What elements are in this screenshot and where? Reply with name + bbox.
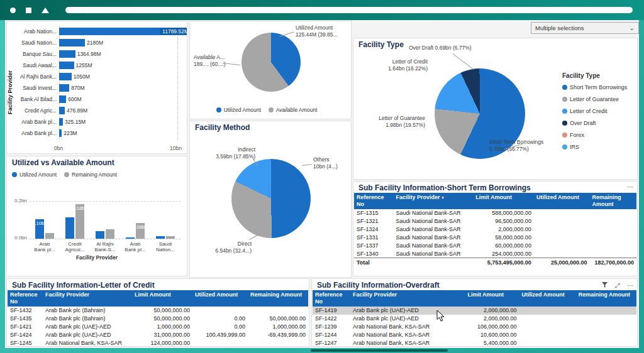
column-header[interactable]: Reference No — [354, 193, 393, 209]
legend-dot — [562, 85, 567, 90]
table-row[interactable]: SF-1331Saudi National Bank-SAR58,000,000… — [354, 234, 636, 242]
legend-item[interactable]: Letter of Guarantee — [562, 96, 636, 102]
bar-row: Arab Nation...11789.52M — [15, 26, 187, 37]
filter-icon[interactable] — [602, 282, 608, 289]
utilized-available-pie[interactable] — [242, 33, 301, 92]
more-options-icon[interactable]: ⋯ — [627, 282, 633, 289]
column-header[interactable]: Utilized Amount — [519, 290, 576, 307]
column-header[interactable]: Limit Amount — [465, 290, 519, 307]
letter-of-credit-table-panel: Sub Facility Information-Letter of Credi… — [6, 278, 309, 347]
column-header[interactable]: Facility Provider ▼ — [393, 193, 473, 209]
facility-provider-bar-panel: Facility Provider Arab Nation...11789.52… — [6, 21, 187, 154]
table-row[interactable]: SF-1324Saudi National Bank-SAR2,000,000.… — [354, 225, 636, 234]
table-row[interactable]: SF-1239Arab National Bank, KSA-SAR106,00… — [313, 323, 636, 331]
legend-item[interactable]: Utilized Amount — [12, 171, 57, 178]
legend-item[interactable]: Remaining Amount — [64, 171, 117, 178]
bar-row: Saudi Invest...870M — [15, 82, 187, 94]
bar[interactable] — [59, 84, 69, 92]
slice-label: Available A... 189.... (60....) — [194, 54, 226, 67]
square-icon[interactable] — [26, 8, 31, 13]
bar[interactable] — [106, 229, 114, 239]
table-row[interactable]: SF-1315Saudi National Bank-SAR588,000,00… — [354, 209, 636, 217]
value-label: 1050M — [74, 73, 90, 80]
category-label: Arab Bank pl... — [15, 130, 59, 136]
legend-item[interactable]: Letter of Credit — [562, 108, 636, 114]
table-row[interactable]: SF-1245Arab National Bank, KSA-SAR124,00… — [8, 339, 308, 347]
legend-item[interactable]: Available Amount — [269, 107, 318, 113]
category-label: Saudi Awaal... — [15, 62, 59, 68]
column-header[interactable]: Remaining Amount — [589, 193, 636, 209]
callout-line — [302, 164, 312, 166]
legend-item[interactable]: IRS — [562, 144, 636, 150]
multi-select-dropdown[interactable]: Multiple selections ⌄ — [531, 22, 639, 34]
category-label: Al Rajhi Bank-S... — [90, 241, 120, 253]
horizontal-scrollbar-thumb[interactable] — [311, 349, 448, 352]
facility-method-pie[interactable] — [231, 159, 311, 238]
column-header[interactable]: Utilized Amount — [192, 290, 248, 307]
table-row[interactable]: SF-1340Saudi National Bank-SAR254,000,00… — [354, 250, 636, 258]
column-header[interactable]: Remaining Amount — [576, 290, 636, 307]
x-axis-tick: 10bn — [170, 145, 182, 151]
bar[interactable] — [59, 118, 63, 126]
chevron-down-icon: ⌄ — [630, 24, 635, 31]
bar[interactable] — [59, 107, 65, 114]
bar[interactable] — [65, 217, 74, 239]
bar[interactable]: 0.08bn — [136, 223, 145, 239]
column-header[interactable]: Reference No — [313, 290, 350, 307]
address-bar[interactable] — [65, 7, 633, 13]
gridline — [30, 201, 180, 202]
column-header[interactable]: Limit Amount — [132, 290, 192, 307]
column-header[interactable]: Limit Amount — [473, 193, 534, 209]
table-row[interactable]: SF-1435Arab Bank plc (Bahrain)50,000,000… — [8, 315, 308, 323]
bar[interactable] — [59, 129, 62, 137]
bar[interactable] — [45, 233, 54, 239]
y-axis-tick: 0.0bn — [9, 235, 27, 241]
slice-label: Utilized Amount 125.44M (39.85... — [296, 24, 338, 38]
panel-title: Facility Type — [353, 38, 637, 50]
total-row: Total5,753,495,000.0025,000,000.00182,70… — [354, 258, 636, 267]
grouped-bar-plot: 0.2bn 0.0bn 0.10bn0.18bn0.08bn — [30, 188, 180, 239]
table-header-row: Reference NoFacility ProviderLimit Amoun… — [313, 290, 636, 307]
table-row[interactable]: SF-1419Arab Bank plc (UAE)-AED2,000,000.… — [313, 307, 636, 315]
table-row[interactable]: SF-1244Arab National Bank, KSA-SAR10,600… — [313, 331, 636, 339]
legend-item[interactable]: Forex — [562, 132, 636, 138]
bar[interactable] — [96, 231, 104, 239]
bar[interactable]: 0.10bn — [35, 219, 44, 239]
table-row[interactable]: SF-1337Saudi National Bank-SAR60,000,000… — [354, 242, 636, 250]
bar[interactable]: 0.18bn — [75, 204, 84, 239]
bar[interactable] — [126, 237, 135, 239]
column-header[interactable]: Facility Provider — [43, 290, 132, 307]
table-row[interactable]: SF-1321Saudi National Bank-SAR96,500,000… — [354, 217, 636, 225]
circle-icon[interactable] — [10, 8, 16, 13]
column-header[interactable]: Facility Provider — [350, 290, 465, 307]
column-header[interactable]: Remaining Amount — [248, 290, 308, 307]
bar[interactable] — [59, 95, 66, 103]
bar[interactable] — [59, 39, 85, 46]
table-row[interactable]: SF-1424Arab Bank plc (UAE)-AED31,000,000… — [8, 331, 308, 339]
focus-mode-icon[interactable]: ⤢ — [615, 282, 620, 289]
column-header[interactable]: Utilized Amount — [534, 193, 590, 209]
triangle-icon[interactable] — [42, 8, 49, 13]
more-options-icon[interactable]: ⋯ — [627, 184, 633, 190]
legend-item[interactable]: Over Draft — [562, 120, 636, 126]
bar[interactable] — [59, 73, 72, 80]
value-label: 325.15M — [65, 119, 86, 125]
bar[interactable] — [156, 236, 165, 239]
column-header[interactable]: Reference No — [8, 290, 43, 307]
table-row[interactable]: SF-1421Arab Bank plc (UAE)-AED1,000,000.… — [8, 323, 308, 331]
bar[interactable] — [166, 236, 175, 239]
table-row[interactable]: SF-1432Arab Bank plc (Bahrain)50,000,000… — [8, 307, 308, 315]
utilized-available-pie-panel: Utilized Amount 125.44M (39.85... Availa… — [189, 21, 352, 119]
x-axis-title: Facility Provider — [7, 254, 187, 261]
bar-row: Saudi Nation...2180M — [15, 37, 187, 48]
short-term-borrowings-table: Reference NoFacility Provider ▼Limit Amo… — [353, 193, 637, 266]
callout-line — [452, 53, 474, 70]
legend-item[interactable]: Utilized Amount — [216, 107, 261, 113]
table-row[interactable]: SF-1247Arab National Bank, KSA-SAR5,400,… — [313, 339, 636, 347]
table-row[interactable]: SF-1422Arab Bank plc (UAE)-AED2,000,000.… — [313, 315, 636, 323]
value-label: 476.89M — [67, 107, 87, 114]
bar[interactable] — [59, 50, 75, 58]
bar[interactable]: 11789.52M — [59, 28, 187, 35]
bar[interactable] — [59, 62, 74, 69]
legend-item[interactable]: Short Term Borrowings — [562, 84, 636, 90]
